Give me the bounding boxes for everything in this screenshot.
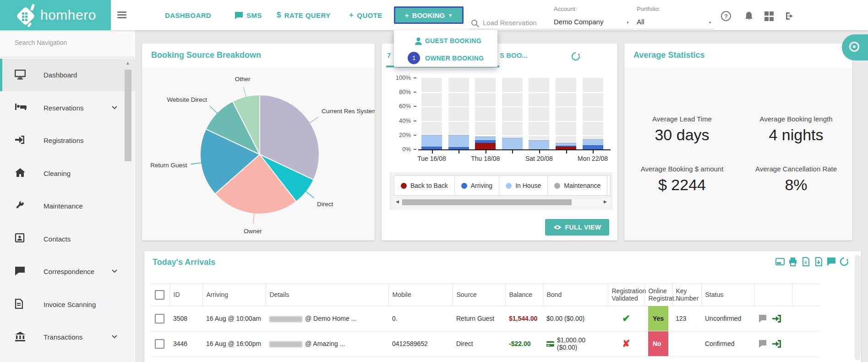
tab-seven-day[interactable]: 7 [387, 51, 391, 59]
row-checkbox[interactable] [155, 314, 164, 324]
cleaning-icon [15, 168, 26, 179]
online-registration-badge: No [648, 331, 668, 356]
sidebar-item-maintenance[interactable]: Maintenance [0, 190, 135, 222]
search-underline [469, 29, 563, 29]
comment-icon[interactable] [758, 340, 767, 348]
sidebar-item-transactions[interactable]: Transactions [0, 321, 135, 353]
tab-bookings-truncated[interactable]: S BOO... [500, 51, 528, 59]
scrollbar-thumb[interactable] [402, 199, 572, 205]
select-all-checkbox[interactable] [155, 290, 164, 300]
y-axis-tick: 20% [383, 132, 411, 138]
sidebar-search-input[interactable] [14, 38, 107, 47]
quick-settings-tab[interactable] [842, 34, 868, 60]
portfolio-select[interactable]: All [637, 18, 644, 26]
bar-track-Tue-16-08[interactable] [421, 78, 442, 149]
cell-details[interactable]: @ Amazing ... [266, 331, 388, 357]
nav-dashboard[interactable]: DASHBOARD [165, 0, 211, 30]
chevron-down-icon[interactable]: ▾ [709, 20, 711, 25]
sms-chat-icon [235, 11, 243, 19]
scroll-left-icon[interactable]: ◀ [396, 199, 399, 204]
col-arriving[interactable]: Arriving [202, 284, 266, 306]
col-source[interactable]: Source [453, 284, 505, 306]
scroll-right-icon[interactable]: ▶ [604, 199, 607, 204]
load-reservation-input[interactable] [482, 18, 557, 27]
brand-name: homhero [40, 7, 96, 23]
print-icon[interactable] [788, 257, 798, 267]
col-id[interactable]: ID [169, 284, 202, 306]
homhero-logo[interactable]: homhero [0, 0, 111, 30]
booking-source-pie-chart[interactable]: Current Res SystemDirectOwnerReturn Gues… [142, 68, 375, 241]
logout-icon[interactable] [785, 11, 795, 21]
nav-quote[interactable]: + QUOTE [349, 0, 382, 30]
col-mobile[interactable]: Mobile [388, 284, 453, 306]
notifications-bell-icon[interactable] [744, 11, 754, 21]
portfolio-label: Portfolio: [637, 5, 660, 12]
refresh-icon[interactable] [839, 257, 849, 267]
scrollbar-thumb[interactable] [125, 70, 131, 161]
sidebar-item-contacts[interactable]: Contacts [0, 223, 135, 255]
col-status[interactable]: Status [701, 284, 754, 306]
comment-icon[interactable] [758, 314, 767, 323]
legend-item-back-to-back[interactable]: Back to Back [394, 176, 455, 195]
sidebar-item-correspondence[interactable]: Correspondence [0, 255, 135, 288]
col-details[interactable]: Details [266, 284, 388, 306]
table-row[interactable]: 3508 16 Aug @ 10:00am @ Demo Home ... 0.… [151, 306, 820, 331]
apps-grid-icon[interactable] [764, 11, 775, 22]
account-select[interactable]: Demo Company [554, 18, 603, 26]
bar-track-Mon-22-08[interactable] [583, 78, 603, 149]
sidebar-scrollbar[interactable]: ▲ ▼ [123, 57, 134, 362]
cell-status: Unconfirmed [701, 306, 754, 331]
menu-item-owner-booking[interactable]: 1 OWNER BOOKING [394, 49, 497, 67]
refresh-icon[interactable] [571, 51, 581, 61]
occupancy-bar-chart[interactable]: Back to BackArrivingIn HouseMaintenance … [382, 68, 617, 241]
sidebar-item-invoice-scanning[interactable]: Invoice Scanning [0, 288, 135, 321]
full-view-button[interactable]: FULL VIEW [545, 219, 609, 236]
export-excel-icon[interactable]: x [801, 257, 811, 267]
check-in-icon[interactable] [772, 340, 781, 348]
help-icon[interactable]: ? [721, 11, 731, 21]
legend-item-clipped[interactable] [607, 176, 611, 195]
col-balance[interactable]: Balance [505, 284, 543, 306]
sidebar-item-dashboard[interactable]: Dashboard [0, 59, 135, 91]
registration-not-validated-x-icon: ✘ [622, 338, 630, 349]
col-key-number[interactable]: Key Number [672, 284, 701, 306]
bar-track-Sun-21-08[interactable] [556, 78, 576, 149]
y-axis-tick: 0% [383, 146, 411, 153]
bar-track-Fri-19-08[interactable] [502, 78, 523, 149]
legend-item-arriving[interactable]: Arriving [455, 176, 499, 195]
col-bond[interactable]: Bond [543, 284, 608, 306]
sidebar-item-reservations[interactable]: Reservations [0, 92, 135, 124]
sidebar-item-cleaning[interactable]: Cleaning [0, 157, 135, 190]
table-row[interactable]: 3446 16 Aug @ 16:00pm @ Amazing ... 0412… [151, 331, 820, 357]
bar-track-Wed-17-08[interactable] [448, 78, 469, 149]
scroll-up-icon[interactable]: ▲ [126, 60, 130, 66]
menu-item-guest-booking[interactable]: GUEST BOOKING [394, 32, 497, 49]
bar-track-Thu-18-08[interactable] [475, 78, 496, 149]
booking-source-chart-area: Current Res SystemDirectOwnerReturn Gues… [142, 68, 375, 241]
bar-track-Sat-20-08[interactable] [529, 78, 549, 149]
svg-text:Return Guest: Return Guest [150, 162, 187, 169]
row-checkbox[interactable] [155, 339, 164, 349]
credit-card-icon [546, 341, 554, 347]
card-view-icon[interactable] [775, 257, 785, 267]
export-pdf-icon[interactable] [813, 257, 824, 267]
nav-sms[interactable]: SMS [235, 0, 262, 30]
legend-scrollbar[interactable]: ◀ ▶ [395, 198, 609, 206]
check-in-icon[interactable] [772, 314, 781, 323]
comments-icon[interactable] [826, 257, 836, 267]
menu-toggle-icon[interactable] [117, 11, 126, 19]
table-vertical-scrollbar[interactable] [855, 255, 861, 360]
table-header-row: ID Arriving Details Mobile Source Balanc… [151, 284, 820, 306]
svg-text:Current Res System: Current Res System [322, 108, 375, 115]
legend-item-in-house[interactable]: In House [499, 176, 548, 195]
x-axis-label: Sat 20/08 [516, 155, 562, 162]
nav-rate-query[interactable]: $ RATE QUERY [277, 0, 331, 30]
col-registration-validated[interactable]: Registration Validated [608, 284, 644, 306]
chevron-down-icon[interactable]: ▾ [627, 20, 629, 25]
legend-item-maintenance[interactable]: Maintenance [548, 176, 607, 195]
booking-button[interactable]: + BOOKING ▼ [394, 6, 464, 24]
sidebar-item-registrations[interactable]: Registrations [0, 124, 135, 157]
col-online-registration[interactable]: Online Registrat... [644, 284, 672, 306]
cell-details[interactable]: @ Demo Home ... [266, 306, 388, 331]
bar-segment-arriving [448, 147, 469, 149]
